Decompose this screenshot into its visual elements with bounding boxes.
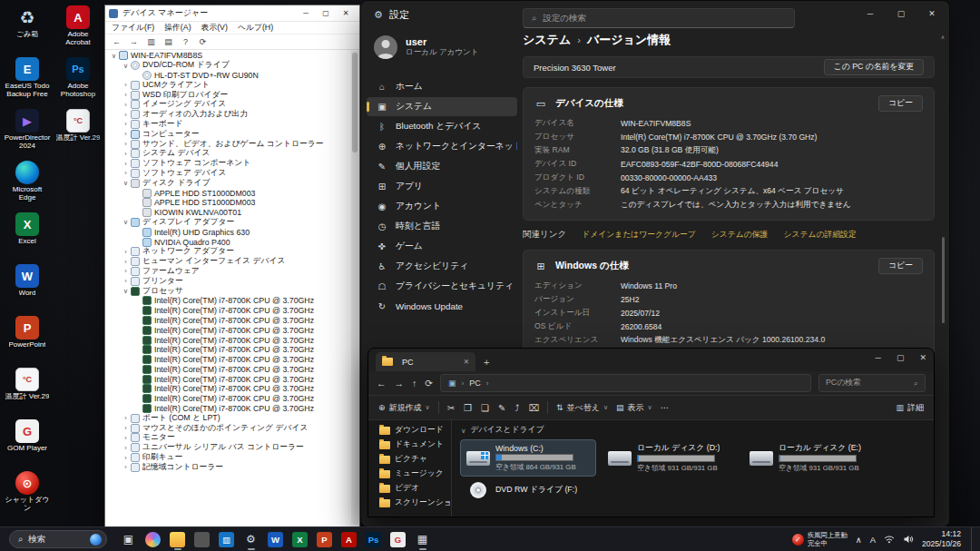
- maximize-button[interactable]: ▢: [897, 353, 905, 362]
- tree-item[interactable]: › マウスとそのほかのポインティング デバイス: [106, 423, 351, 433]
- taskbar-search[interactable]: ⌕ 検索: [9, 530, 107, 548]
- command-icon[interactable]: ✂: [447, 403, 455, 413]
- breadcrumb-root[interactable]: PC: [469, 379, 481, 388]
- view-button[interactable]: ▤ 表示 ∨: [616, 402, 652, 414]
- drive-tile[interactable]: DVD RW ドライブ (F:): [461, 479, 595, 501]
- sidebar-folder-item[interactable]: ピクチャ: [368, 452, 451, 467]
- settings-nav-item[interactable]: ✎ 個人用設定: [367, 157, 517, 176]
- menu-item[interactable]: 操作(A): [164, 23, 191, 34]
- desktop-icon[interactable]: Ps Adobe Photoshop 2024: [54, 57, 102, 101]
- settings-scrollbar[interactable]: ∧: [939, 34, 946, 517]
- expander-icon[interactable]: ›: [122, 160, 130, 168]
- taskbar-app-button[interactable]: X: [288, 527, 312, 551]
- taskbar-app-button[interactable]: [190, 527, 214, 551]
- expander-icon[interactable]: ›: [122, 169, 130, 177]
- settings-nav-item[interactable]: ▣ システム: [367, 97, 517, 116]
- desktop-icon[interactable]: P PowerPoint: [4, 316, 51, 359]
- tree-item[interactable]: ∨ ディスク ドライブ: [106, 178, 351, 188]
- tree-item[interactable]: › キーボード: [106, 120, 351, 130]
- close-tab-icon[interactable]: ✕: [464, 358, 469, 366]
- tree-item[interactable]: › ポート (COM と LPT): [106, 413, 351, 423]
- tree-item[interactable]: › ソフトウェア デバイス: [106, 169, 351, 179]
- expander-icon[interactable]: ›: [122, 267, 130, 275]
- desktop-icon[interactable]: A Adobe Acrobat: [54, 5, 102, 49]
- expander-icon[interactable]: ›: [122, 150, 130, 158]
- sort-button[interactable]: ⇅ 並べ替え ∨: [556, 402, 608, 414]
- settings-nav-item[interactable]: ⊕ ネットワークとインターネット: [367, 137, 517, 156]
- toolbar-icon[interactable]: ?: [179, 36, 192, 48]
- taskbar-app-button[interactable]: G: [386, 527, 410, 551]
- explorer-search-input[interactable]: PCの検索 ⌕: [818, 374, 926, 392]
- desktop-icon[interactable]: °C 温度計 Ver.29: [4, 368, 51, 411]
- desktop-icon[interactable]: Microsoft Edge: [4, 161, 51, 204]
- nav-icon[interactable]: →: [395, 378, 405, 389]
- desktop-icon[interactable]: ♻ ごみ箱: [4, 5, 51, 49]
- settings-search-input[interactable]: ⌕ 設定の検索: [523, 8, 795, 28]
- tree-item[interactable]: › システム デバイス: [106, 149, 351, 159]
- more-button[interactable]: ⋯: [661, 403, 669, 412]
- close-button[interactable]: ✕: [336, 9, 356, 17]
- desktop-icon[interactable]: G GOM Player: [4, 419, 51, 463]
- taskbar-app-button[interactable]: ▥: [214, 527, 239, 551]
- tree-item[interactable]: › 印刷キュー: [106, 453, 351, 463]
- expander-icon[interactable]: ∨: [122, 179, 130, 187]
- command-icon[interactable]: ⌧: [528, 403, 539, 413]
- tree-item[interactable]: ∨ WIN-EA7IFVM8B8S: [106, 51, 351, 61]
- tree-item[interactable]: › WSD 印刷プロバイダー: [106, 90, 351, 100]
- desktop-icon[interactable]: ▶ PowerDirector 2024: [4, 109, 51, 153]
- tree-item[interactable]: › UCMクライアント: [106, 80, 351, 90]
- settings-titlebar[interactable]: ⚙ 設定: [361, 1, 409, 28]
- expander-icon[interactable]: ›: [122, 454, 130, 462]
- explorer-tab-pc[interactable]: PC ✕: [376, 352, 475, 371]
- drive-tile[interactable]: Windows (C:) 空き領域 864 GB/931 GB: [461, 440, 595, 476]
- desktop-icon[interactable]: ⊙ シャットダウン: [4, 471, 51, 515]
- menu-item[interactable]: 表示(V): [201, 23, 228, 34]
- expander-icon[interactable]: ›: [122, 111, 130, 119]
- tree-item[interactable]: Intel(R) Core(TM) i7-8700K CPU @ 3.70GHz: [106, 296, 351, 306]
- tree-item[interactable]: › サウンド、ビデオ、およびゲーム コントローラー: [106, 139, 351, 149]
- ime-indicator[interactable]: A: [870, 535, 876, 545]
- maximize-button[interactable]: ▢: [316, 9, 336, 17]
- expander-icon[interactable]: ›: [122, 140, 130, 148]
- tree-item[interactable]: › ユニバーサル シリアル バス コントローラー: [106, 443, 351, 453]
- close-button[interactable]: ✕: [916, 1, 947, 26]
- expander-icon[interactable]: ∨: [122, 62, 130, 70]
- taskbar-app-button[interactable]: ▦: [410, 527, 435, 551]
- tree-item[interactable]: Intel(R) Core(TM) i7-8700K CPU @ 3.70GHz: [106, 374, 351, 384]
- tree-item[interactable]: Intel(R) Core(TM) i7-8700K CPU @ 3.70GHz: [106, 384, 351, 394]
- expander-icon[interactable]: ›: [122, 434, 130, 442]
- sidebar-folder-item[interactable]: ビデオ: [368, 481, 451, 496]
- expander-icon[interactable]: ›: [122, 444, 130, 452]
- tree-item[interactable]: › ネットワーク アダプター: [106, 247, 351, 257]
- expander-icon[interactable]: ›: [122, 248, 130, 256]
- settings-nav-item[interactable]: ⊞ アプリ: [367, 177, 517, 196]
- scrollbar-thumb[interactable]: [942, 237, 945, 323]
- nav-icon[interactable]: ↑: [412, 378, 416, 389]
- nav-icon[interactable]: ←: [377, 378, 387, 389]
- toolbar-icon[interactable]: ▥: [144, 36, 158, 48]
- scrollbar-thumb[interactable]: [352, 53, 358, 153]
- command-icon[interactable]: ❐: [464, 403, 472, 413]
- clock[interactable]: 14:12 2025/10/26: [922, 529, 961, 548]
- taskbar-app-button[interactable]: [141, 527, 165, 551]
- taskbar-app-button[interactable]: W: [263, 527, 288, 551]
- tree-item[interactable]: ∨ プロセッサ: [106, 286, 351, 296]
- related-link[interactable]: システムの保護: [711, 230, 769, 241]
- tree-item[interactable]: Intel(R) Core(TM) i7-8700K CPU @ 3.70GHz: [106, 394, 351, 404]
- rename-pc-button[interactable]: この PC の名前を変更: [824, 59, 924, 75]
- settings-nav-item[interactable]: ᛒ Bluetooth とデバイス: [367, 117, 517, 136]
- tree-item[interactable]: Intel(R) Core(TM) i7-8700K CPU @ 3.70GHz: [106, 355, 351, 365]
- details-pane-button[interactable]: ▥ 詳細: [896, 402, 924, 414]
- tree-item[interactable]: HL-DT-ST DVD+-RW GU90N: [106, 71, 351, 81]
- related-link[interactable]: システムの詳細設定: [783, 230, 856, 241]
- minimize-button[interactable]: ─: [876, 353, 881, 362]
- sidebar-folder-item[interactable]: ミュージック: [368, 467, 451, 481]
- expander-icon[interactable]: ›: [122, 258, 130, 266]
- tree-item[interactable]: Intel(R) Core(TM) i7-8700K CPU @ 3.70GHz: [106, 404, 351, 414]
- expander-icon[interactable]: ›: [122, 81, 130, 89]
- command-icon[interactable]: ✎: [498, 403, 505, 413]
- toolbar-icon[interactable]: ▤: [162, 36, 175, 48]
- new-tab-button[interactable]: +: [484, 357, 489, 368]
- tree-item[interactable]: Intel(R) Core(TM) i7-8700K CPU @ 3.70GHz: [106, 365, 351, 375]
- taskbar-app-button[interactable]: [165, 527, 190, 551]
